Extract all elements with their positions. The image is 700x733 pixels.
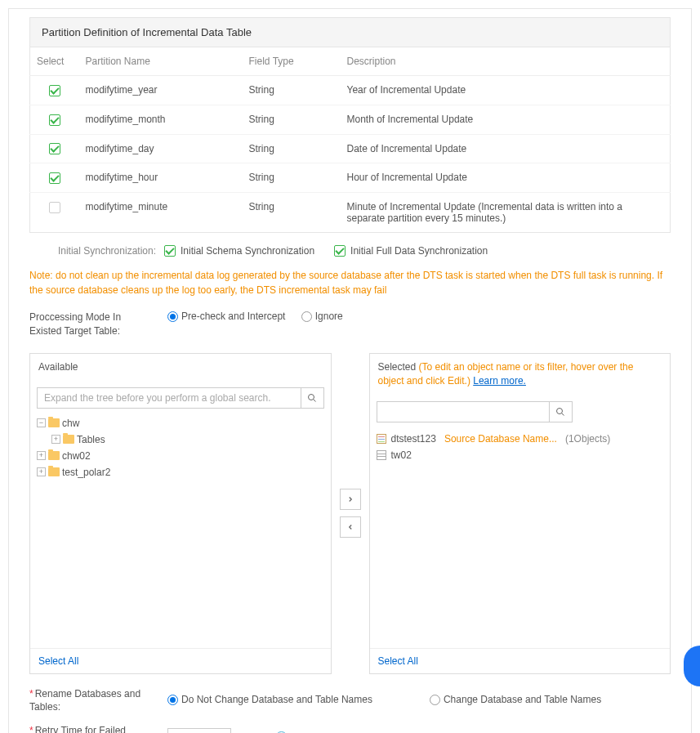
full-data-sync-label: Initial Full Data Synchronization <box>350 245 488 257</box>
radio-icon <box>430 695 440 705</box>
row-checkbox[interactable] <box>49 202 60 213</box>
svg-line-1 <box>314 399 316 401</box>
radio-icon <box>301 311 312 322</box>
move-left-button[interactable] <box>340 516 361 538</box>
row-name: modifytime_day <box>79 134 243 163</box>
partition-table: Select Partition Name Field Type Descrip… <box>29 47 671 233</box>
col-header-type: Field Type <box>243 47 341 76</box>
row-checkbox[interactable] <box>49 172 60 184</box>
table-row: modifytime_hour String Hour of Increment… <box>30 163 671 193</box>
row-type: String <box>243 163 341 193</box>
selected-search-input[interactable] <box>377 402 549 422</box>
row-name: modifytime_month <box>79 105 243 134</box>
ignore-label: Ignore <box>315 311 343 322</box>
learn-more-link[interactable]: Learn more. <box>473 375 526 387</box>
tree-label: chw02 <box>62 450 91 462</box>
row-desc: Year of Incremental Update <box>341 76 671 105</box>
selected-item-source: Source Database Name... <box>444 433 557 445</box>
row-desc: Minute of Incremental Update (Incrementa… <box>341 193 671 233</box>
tree-node-test-polar2[interactable]: + test_polar2 <box>37 464 324 480</box>
row-checkbox[interactable] <box>49 114 60 126</box>
row-checkbox[interactable] <box>49 85 60 96</box>
row-name: modifytime_minute <box>79 193 243 233</box>
svg-point-0 <box>309 394 314 400</box>
selected-item-count: (1Objects) <box>565 433 610 445</box>
full-data-sync-checkbox[interactable] <box>334 245 346 257</box>
ignore-option[interactable]: Ignore <box>301 311 343 322</box>
selected-item-tw02[interactable]: tw02 <box>377 447 664 463</box>
svg-line-3 <box>562 413 564 415</box>
expand-icon[interactable]: + <box>37 451 46 460</box>
search-icon <box>307 393 317 403</box>
row-type: String <box>243 134 341 163</box>
processing-mode-label: Proccessing Mode In Existed Target Table… <box>29 311 156 338</box>
tree-node-chw02[interactable]: + chw02 <box>37 448 324 464</box>
table-icon <box>377 450 386 460</box>
retry-time-input[interactable] <box>167 728 231 733</box>
available-title: Available <box>30 354 331 381</box>
move-right-button[interactable] <box>340 489 361 510</box>
expand-icon[interactable]: + <box>37 467 46 476</box>
initial-sync-label: Initial Synchronization: <box>29 245 156 257</box>
do-not-change-option[interactable]: Do Not Change Database and Table Names <box>167 694 372 705</box>
radio-icon <box>167 695 178 705</box>
radio-icon <box>167 311 178 322</box>
table-row: modifytime_minute String Minute of Incre… <box>30 193 671 233</box>
tree-node-tables[interactable]: + Tables <box>51 431 324 448</box>
selected-panel: Selected (To edit an object name or its … <box>369 353 671 674</box>
selected-item-label: tw02 <box>391 449 412 461</box>
tree-node-chw[interactable]: − chw <box>37 415 324 431</box>
available-search-button[interactable] <box>301 388 323 408</box>
col-header-desc: Description <box>341 47 671 76</box>
available-select-all[interactable]: Select All <box>38 655 78 667</box>
col-header-select: Select <box>30 47 79 76</box>
svg-point-2 <box>557 408 563 413</box>
tree-label: Tables <box>77 434 105 445</box>
database-icon <box>377 434 386 444</box>
partition-panel-title: Partition Definition of Incremental Data… <box>29 17 671 47</box>
warning-note: Note: do not clean up the incremental da… <box>29 268 671 297</box>
row-type: String <box>243 193 341 233</box>
selected-item-dtstest123[interactable]: dtstest123 Source Database Name... (1Obj… <box>377 431 664 447</box>
col-header-name: Partition Name <box>79 47 243 76</box>
do-not-change-label: Do Not Change Database and Table Names <box>181 694 372 705</box>
folder-icon <box>48 467 60 476</box>
chevron-left-icon <box>346 523 354 531</box>
retry-label: Retry Time for Failed Connection <box>29 724 156 733</box>
rename-label: Rename Databases and Tables: <box>29 687 156 715</box>
table-row: modifytime_day String Date of Incrementa… <box>30 134 671 163</box>
precheck-intercept-option[interactable]: Pre-check and Intercept <box>167 311 285 322</box>
available-search-input[interactable] <box>38 388 301 408</box>
selected-item-label: dtstest123 <box>391 433 436 445</box>
row-type: String <box>243 105 341 134</box>
collapse-icon[interactable]: − <box>37 418 46 427</box>
selected-search-button[interactable] <box>549 402 572 422</box>
table-row: modifytime_month String Month of Increme… <box>30 105 671 134</box>
tree-label: test_polar2 <box>62 467 110 478</box>
chevron-right-icon <box>346 495 354 503</box>
row-desc: Month of Incremental Update <box>341 105 671 134</box>
row-name: modifytime_year <box>79 76 243 105</box>
row-type: String <box>243 76 341 105</box>
selected-title: Selected <box>378 361 417 373</box>
row-checkbox[interactable] <box>49 143 60 154</box>
search-icon <box>555 407 565 417</box>
precheck-intercept-label: Pre-check and Intercept <box>181 311 285 322</box>
tree-label: chw <box>62 418 79 429</box>
table-row: modifytime_year String Year of Increment… <box>30 76 671 105</box>
change-names-label: Change Database and Table Names <box>444 694 601 705</box>
folder-icon <box>48 418 60 427</box>
schema-sync-checkbox[interactable] <box>164 245 176 257</box>
expand-icon[interactable]: + <box>51 435 60 444</box>
row-name: modifytime_hour <box>79 163 243 193</box>
change-names-option[interactable]: Change Database and Table Names <box>430 694 601 705</box>
row-desc: Hour of Incremental Update <box>341 163 671 193</box>
row-desc: Date of Incremental Update <box>341 134 671 163</box>
folder-icon <box>63 435 74 444</box>
available-panel: Available − chw + <box>29 353 332 674</box>
folder-icon <box>48 451 60 460</box>
selected-select-all[interactable]: Select All <box>378 655 418 667</box>
schema-sync-label: Initial Schema Synchronization <box>181 245 314 257</box>
